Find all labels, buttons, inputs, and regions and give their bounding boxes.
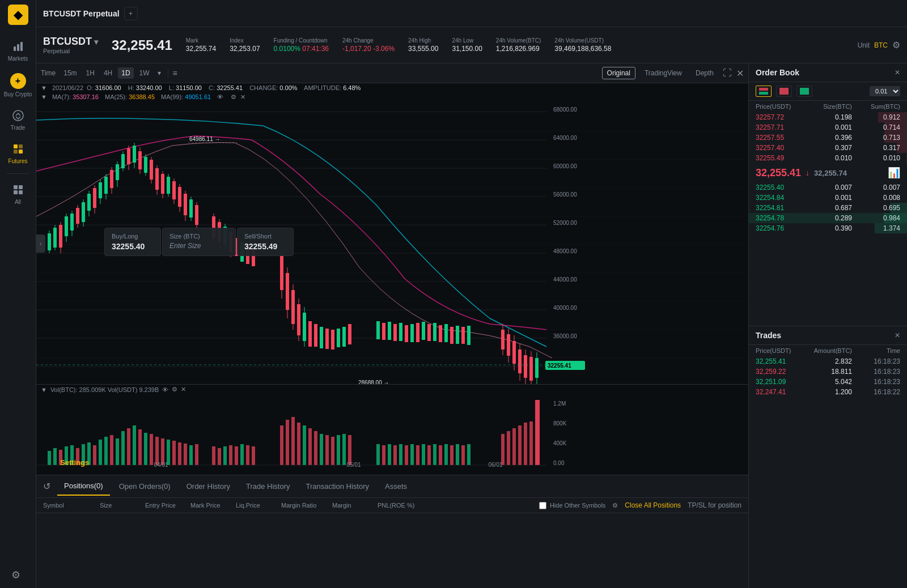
svg-rect-116 [331, 330, 334, 350]
tp-sl-button[interactable]: TP/SL for position [688, 501, 741, 509]
svg-rect-127 [416, 323, 419, 342]
sell-short-tooltip: Sell/Short 32255.49 [237, 228, 294, 256]
close-all-positions-button[interactable]: Close All Positions [625, 501, 681, 509]
dropdown-icon: ▾ [94, 37, 98, 46]
sidebar-item-all[interactable]: All [0, 177, 36, 211]
svg-rect-125 [405, 325, 408, 342]
ob-ask-row[interactable]: 32257.55 0.396 0.713 [749, 133, 907, 143]
svg-rect-193 [235, 446, 238, 465]
interval-1d[interactable]: 1D [118, 67, 133, 79]
ob-bid-row[interactable]: 32254.76 0.390 1.374 [749, 223, 907, 233]
tab-transaction-history[interactable]: Transaction History [299, 478, 376, 495]
order-book: Order Book ✕ [749, 63, 907, 326]
filter-icon[interactable]: ⚙ [612, 502, 618, 509]
vol-settings-icon[interactable]: ⚙ [172, 386, 177, 393]
svg-rect-114 [320, 327, 323, 348]
ob-ask-row[interactable]: 32257.40 0.307 0.317 [749, 143, 907, 153]
ob-bid-row[interactable]: 32255.40 0.007 0.007 [749, 182, 907, 193]
svg-rect-228 [507, 431, 510, 465]
collapse-button[interactable]: ‹ [36, 235, 45, 253]
tab-open-orders[interactable]: Open Orders(0) [112, 478, 177, 495]
sidebar-item-buy-crypto[interactable]: + Buy Crypto [0, 67, 36, 103]
ob-bid-row[interactable]: 32254.78 0.289 0.984 [749, 213, 907, 223]
svg-rect-187 [189, 445, 193, 465]
svg-text:48000.00: 48000.00 [553, 248, 577, 254]
ob-depth-select[interactable]: 0.01 0.1 1 [870, 86, 900, 96]
tab-order-history[interactable]: Order History [180, 478, 237, 495]
sidebar-item-trade[interactable]: Trade [0, 103, 36, 137]
page-title: BTCUSDT Perpetual [43, 9, 120, 18]
interval-1w[interactable]: 1W [136, 67, 153, 79]
ma-settings-icon[interactable]: ⚙ [231, 93, 236, 100]
ob-view-both[interactable] [756, 86, 772, 97]
vol-close-icon[interactable]: ✕ [181, 386, 186, 393]
svg-rect-199 [291, 417, 295, 465]
svg-rect-5 [19, 144, 23, 148]
ob-bid-row[interactable]: 32254.84 0.001 0.008 [749, 193, 907, 203]
ob-ask-row[interactable]: 32257.71 0.001 0.714 [749, 122, 907, 133]
bottom-settings-icon[interactable]: ⚙ [11, 569, 20, 581]
ma-close-icon[interactable]: ✕ [240, 93, 245, 100]
svg-rect-123 [393, 324, 397, 341]
svg-rect-186 [184, 444, 187, 465]
ob-ask-row[interactable]: 32255.49 0.010 0.010 [749, 153, 907, 163]
size-tooltip[interactable]: Size (BTC) Enter Size [162, 228, 236, 256]
svg-text:06/01: 06/01 [488, 462, 502, 468]
ob-bid-row[interactable]: 32254.81 0.687 0.695 [749, 203, 907, 213]
tab-trade-history[interactable]: Trade History [239, 478, 297, 495]
hide-other-symbols[interactable]: Hide Other Symbols [539, 502, 605, 509]
svg-rect-6 [14, 150, 18, 154]
futures-icon [11, 142, 25, 156]
interval-dropdown[interactable]: ▾ [158, 69, 161, 77]
svg-rect-115 [325, 329, 329, 349]
ob-view-sells[interactable] [776, 86, 792, 97]
volume-svg: 1.2M 800K 400K 0.00 [36, 394, 748, 468]
svg-rect-175 [121, 431, 125, 465]
ob-ask-row[interactable]: 32257.72 0.198 0.912 [749, 112, 907, 122]
ma-eye-icon[interactable]: 👁 [217, 93, 223, 100]
refresh-icon[interactable]: ↺ [43, 481, 50, 492]
sidebar-item-futures[interactable]: Futures [0, 137, 36, 170]
svg-rect-182 [161, 438, 164, 465]
svg-rect-194 [240, 444, 244, 465]
trades-close[interactable]: ✕ [895, 331, 900, 339]
svg-rect-120 [376, 321, 380, 339]
sidebar-item-label-buy-crypto: Buy Crypto [4, 91, 32, 97]
interval-4h[interactable]: 4H [100, 67, 116, 79]
svg-text:28688.00 →: 28688.00 → [358, 380, 389, 384]
settings-icon[interactable]: ⚙ [892, 40, 900, 50]
buy-crypto-icon: + [10, 73, 26, 89]
volume-area: ▼ Vol(BTC): 285.009K Vol(USDT) 9.239B 👁 … [36, 384, 748, 475]
ob-view-buys[interactable] [796, 86, 812, 97]
svg-text:64986.11 →: 64986.11 → [189, 136, 221, 142]
indicators-icon[interactable]: ≡ [173, 69, 177, 78]
fullscreen-icon[interactable]: ⛶ [723, 68, 732, 78]
order-book-close[interactable]: ✕ [895, 69, 900, 76]
bottom-tab-bar: Settings ↺ Positions(0) Open Orders(0) O… [36, 475, 748, 498]
sidebar-item-markets[interactable]: Markets [0, 34, 36, 67]
svg-rect-119 [348, 324, 351, 344]
positions-actions: Hide Other Symbols ⚙ Close All Positions… [539, 501, 741, 509]
topbar: BTCUSDT Perpetual + [36, 0, 907, 27]
vol-eye-icon[interactable]: 👁 [162, 386, 168, 393]
svg-rect-215 [405, 445, 408, 465]
hide-other-checkbox[interactable] [539, 502, 546, 509]
trades-rows: 32,255.41 2.832 16:18:23 32,259.22 18.81… [749, 356, 907, 397]
close-chart-icon[interactable]: ✕ [736, 68, 744, 79]
svg-rect-213 [393, 445, 397, 465]
ma-info-bar: ▼ MA(7): 35307.16 MA(25): 36388.45 MA(99… [36, 92, 748, 103]
ticker-symbol[interactable]: BTCUSDT ▾ Perpetual [43, 36, 98, 54]
svg-text:800K: 800K [553, 420, 567, 427]
view-tradingview[interactable]: TradingView [640, 67, 686, 79]
interval-1h[interactable]: 1H [83, 67, 98, 79]
ob-chart-icon[interactable]: 📊 [888, 167, 900, 179]
tab-assets[interactable]: Assets [378, 478, 414, 495]
tab-positions[interactable]: Positions(0) [57, 477, 110, 496]
content-area: Time 15m 1H 4H 1D 1W ▾ ≡ Original Tradin… [36, 63, 907, 588]
view-depth[interactable]: Depth [691, 67, 718, 79]
view-original[interactable]: Original [602, 67, 635, 79]
svg-rect-163 [53, 448, 57, 465]
add-tab-button[interactable]: + [124, 7, 138, 20]
ticker-mark: Mark 32,255.74 [186, 37, 216, 53]
interval-15m[interactable]: 15m [60, 67, 80, 79]
